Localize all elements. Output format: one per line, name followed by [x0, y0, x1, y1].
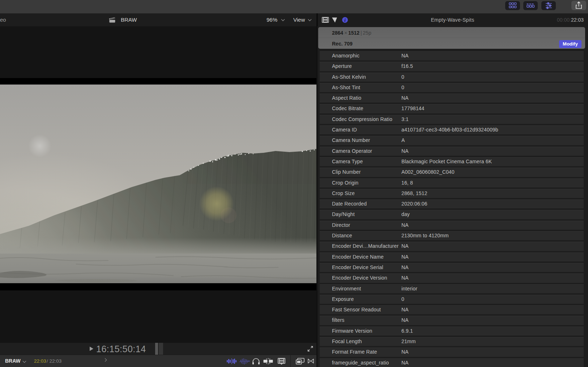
svg-text:i: i — [344, 18, 346, 23]
